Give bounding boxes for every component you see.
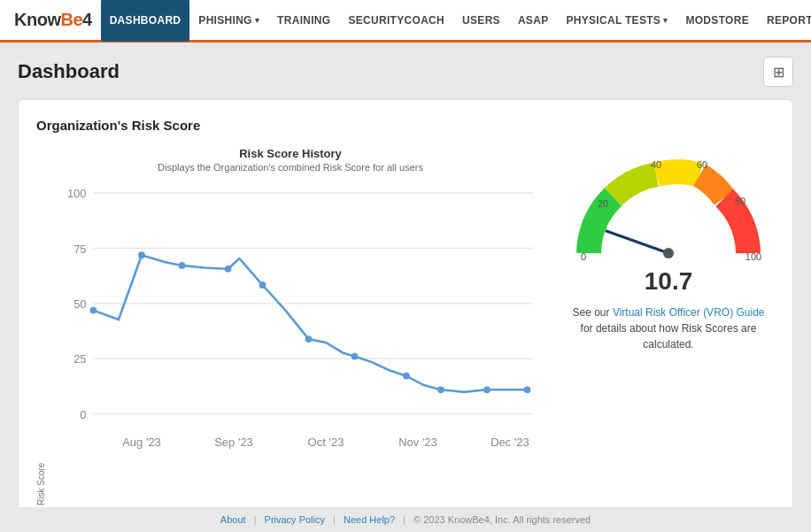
nav-item-training[interactable]: TRAINING (268, 0, 339, 42)
svg-point-21 (351, 353, 359, 360)
svg-text:0: 0 (581, 251, 586, 262)
svg-point-17 (179, 262, 186, 269)
gauge-desc-after: for details about how Risk Scores are ca… (581, 322, 757, 351)
svg-text:Nov '23: Nov '23 (398, 436, 437, 449)
svg-line-32 (606, 231, 668, 253)
svg-text:75: 75 (73, 243, 86, 256)
svg-point-19 (259, 281, 266, 289)
gauge-description: See our Virtual Risk Officer (VRO) Guide… (571, 305, 766, 352)
logo-four: 4 (82, 10, 92, 29)
svg-text:40: 40 (651, 159, 661, 170)
nav-items: DASHBOARD PHISHING ▾ TRAINING SECURITYCO… (101, 0, 811, 40)
chart-title: Risk Score History (36, 147, 545, 160)
nav-item-users[interactable]: USERS (453, 0, 509, 42)
chart-area: Risk Score History Displays the Organiza… (36, 147, 545, 505)
gauge-container: 0 20 40 60 80 100 (571, 156, 766, 262)
svg-text:Dec '23: Dec '23 (490, 436, 529, 449)
grid-view-button[interactable]: ⊞ (763, 57, 793, 87)
navbar: KnowBe4 DASHBOARD PHISHING ▾ TRAINING SE… (0, 0, 811, 42)
footer-sep-3: | (403, 514, 406, 525)
svg-text:25: 25 (73, 352, 86, 366)
footer-about-link[interactable]: About (220, 514, 246, 525)
card-title: Organization's Risk Score (36, 118, 775, 133)
svg-text:Sep '23: Sep '23 (214, 436, 253, 449)
svg-point-22 (403, 373, 410, 380)
grid-icon: ⊞ (773, 64, 784, 81)
svg-text:50: 50 (73, 297, 86, 311)
svg-text:80: 80 (735, 196, 745, 206)
risk-chart-svg: 100 75 50 25 0 Aug '23 Sep '23 Oct '23 N… (50, 180, 545, 505)
vro-guide-link[interactable]: Virtual Risk Officer (VRO) Guide (613, 306, 765, 319)
nav-item-modstore[interactable]: MODSTORE (676, 0, 758, 42)
nav-item-physical-tests[interactable]: PHYSICAL TESTS ▾ (557, 0, 676, 42)
footer: About | Privacy Policy | Need Help? | © … (0, 507, 811, 532)
svg-text:20: 20 (598, 198, 608, 209)
card-content: Risk Score History Displays the Organiza… (36, 147, 775, 505)
nav-item-dashboard[interactable]: DASHBOARD (101, 0, 190, 42)
risk-score-card: Organization's Risk Score Risk Score His… (18, 99, 793, 507)
svg-text:100: 100 (745, 251, 761, 262)
svg-point-25 (524, 386, 531, 393)
logo-know: Know (14, 10, 60, 29)
phishing-dropdown-arrow: ▾ (255, 16, 259, 25)
svg-text:100: 100 (67, 187, 87, 200)
svg-text:Aug '23: Aug '23 (122, 436, 161, 449)
y-axis-label: Risk Score (36, 180, 46, 505)
footer-sep-1: | (254, 514, 257, 525)
svg-text:Oct '23: Oct '23 (308, 436, 344, 449)
nav-item-reports[interactable]: REPORTS (758, 0, 811, 42)
nav-item-phishing[interactable]: PHISHING ▾ (189, 0, 268, 42)
nav-item-asap[interactable]: ASAP (509, 0, 558, 42)
chart-wrapper: Risk Score 100 75 (36, 180, 545, 505)
nav-item-securitycoach[interactable]: SECURITYCOACH (339, 0, 453, 42)
gauge-svg: 0 20 40 60 80 100 (571, 156, 766, 271)
svg-point-18 (225, 266, 232, 273)
gauge-desc-before: See our (573, 306, 613, 319)
gauge-area: 0 20 40 60 80 100 (562, 147, 775, 505)
page-title: Dashboard (18, 60, 120, 83)
svg-point-20 (305, 335, 313, 343)
svg-point-23 (437, 386, 444, 393)
page-header: Dashboard ⊞ (18, 57, 793, 87)
footer-help-link[interactable]: Need Help? (344, 514, 395, 525)
footer-sep-2: | (333, 514, 336, 525)
svg-text:60: 60 (697, 159, 707, 170)
chart-subtitle: Displays the Organization's combined Ris… (36, 162, 545, 173)
gauge-value: 10.7 (645, 267, 693, 296)
physical-tests-dropdown-arrow: ▾ (663, 16, 668, 25)
main-area: Dashboard ⊞ Organization's Risk Score Ri… (0, 42, 811, 507)
footer-privacy-link[interactable]: Privacy Policy (265, 514, 325, 525)
logo-be: Be (60, 10, 82, 29)
footer-copyright: © 2023 KnowBe4, Inc. All rights reserved (413, 514, 591, 525)
svg-point-24 (483, 386, 490, 393)
svg-point-33 (663, 248, 674, 258)
svg-point-15 (90, 307, 97, 314)
chart-inner: 100 75 50 25 0 Aug '23 Sep '23 Oct '23 N… (50, 180, 545, 505)
svg-point-16 (138, 251, 145, 258)
logo: KnowBe4 (14, 10, 92, 30)
svg-text:0: 0 (80, 408, 86, 421)
